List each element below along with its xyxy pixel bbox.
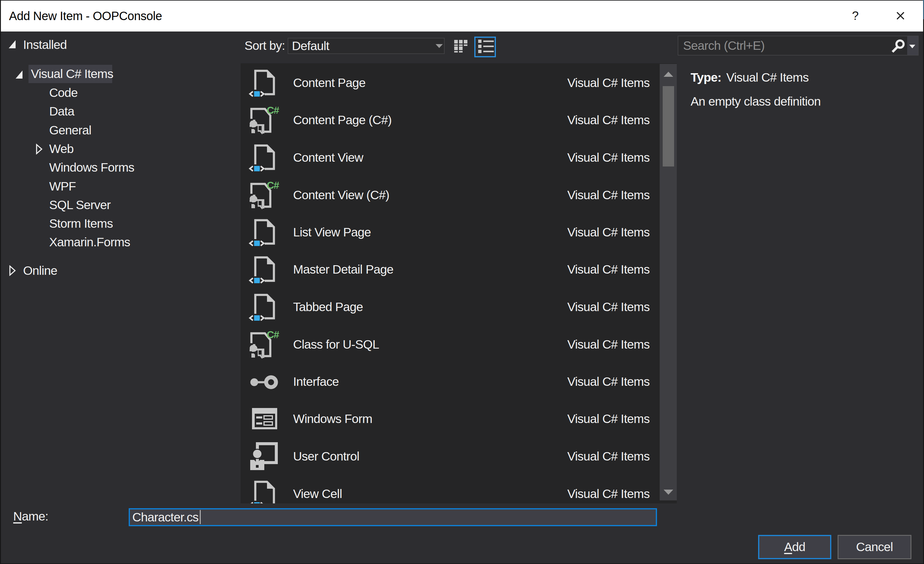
svg-text:C#: C#	[267, 180, 279, 191]
svg-text:C#: C#	[267, 105, 279, 116]
svg-text:C#: C#	[267, 329, 279, 340]
